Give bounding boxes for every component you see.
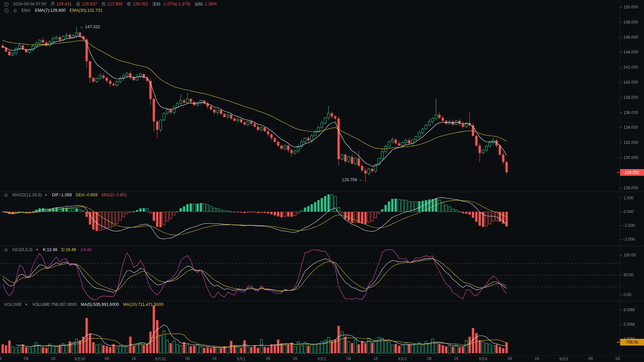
ohlc-field-value: -1.07%(-1.379): [162, 1, 190, 7]
price-axis-label: 126.000: [624, 186, 638, 190]
kdj-value: D:16.49: [61, 247, 76, 253]
ohlc-field: 振幅1.34%: [195, 1, 217, 7]
volume-value: MA(5):535,991.6000: [81, 302, 119, 308]
ema-value: EMA(30):131.731: [70, 8, 102, 13]
volume-indicator-label[interactable]: VOLUME: [4, 302, 22, 308]
volume-value: MA(10):711,471.5000: [123, 302, 163, 308]
macd-header-row: MACD(12,26,9) ▼ DIF:-1.059DEA:-0.659MACD…: [4, 192, 127, 198]
kdj-header-row: KDJ(9,3,3) ▼ K:12.46D:16.49J:4.40: [4, 247, 92, 253]
time-axis-label: 8月30: [69, 356, 91, 362]
chevron-down-icon[interactable]: ▼: [45, 192, 48, 198]
kdj-value: J:4.40: [80, 247, 92, 253]
macd-indicator-label[interactable]: MACD(12,26,9): [12, 192, 42, 198]
time-axis-label: 9月1: [230, 356, 252, 362]
time-axis-label: 08: [419, 356, 440, 361]
ohlc-field: 开129.431: [51, 1, 72, 7]
time-axis-label: 08: [177, 356, 198, 361]
bell-icon[interactable]: [4, 193, 8, 197]
chart-canvas[interactable]: [0, 0, 644, 362]
time-axis-label: 9月5: [553, 356, 574, 362]
macd-value: MACD:-0.801: [101, 192, 127, 198]
price-axis-label: 134.000: [624, 125, 638, 130]
time-axis-label: 16: [204, 356, 225, 361]
collapse-chevron-icon[interactable]: [4, 2, 9, 7]
ohlc-field: 涨幅-1.07%(-1.379): [152, 1, 190, 7]
ohlc-field-value: 129.537: [82, 1, 97, 7]
ohlc-field-label: 高: [76, 1, 80, 7]
macd-values: DIF:-1.059DEA:-0.659MACD:-0.801: [52, 192, 127, 198]
ohlc-field-value: 128.052: [133, 1, 148, 7]
trading-chart: 2024-09-04 07:00 开129.431高129.537低127.80…: [0, 0, 644, 362]
time-axis-label: 08: [499, 356, 521, 361]
time-axis-label: 9月2: [311, 356, 333, 362]
bell-icon[interactable]: [4, 248, 8, 252]
time-axis-label: 08: [338, 356, 359, 361]
price-axis-label: 140.000: [624, 80, 638, 85]
last-volume-tick: [617, 342, 620, 343]
time-axis-label: 16: [284, 356, 306, 361]
price-axis-label: 138.000: [624, 95, 638, 100]
time-axis-label: 16: [42, 356, 64, 361]
volume-value: VOLUME:756,057.0000: [32, 302, 77, 308]
macd-axis-label: 0.000: [624, 209, 634, 214]
time-axis-label: 16: [123, 356, 144, 361]
ohlc-header-row: 2024-09-04 07:00 开129.431高129.537低127.80…: [4, 1, 217, 7]
ohlc-field: 高129.537: [76, 1, 97, 7]
macd-axis-label: 1.000: [624, 196, 634, 200]
ohlc-field: 收128.052: [127, 1, 148, 7]
macd-axis-label: -2.000: [624, 237, 635, 242]
time-axis-label: 08: [257, 356, 279, 361]
datetime-label: 2024-09-04 07:00: [13, 1, 46, 7]
ohlc-field-label: 振幅: [195, 1, 203, 7]
ohlc-field-label: 收: [127, 1, 131, 7]
macd-value: DIF:-1.059: [52, 192, 72, 198]
kdj-axis-label: 50.00: [624, 273, 634, 277]
price-axis-label: 130.000: [624, 155, 638, 160]
time-axis-label: 8月31: [150, 356, 171, 362]
ema-indicator-label[interactable]: EMA: [22, 8, 31, 13]
ohlc-field-label: 涨幅: [152, 1, 161, 7]
price-axis-label: 142.000: [624, 65, 638, 70]
volume-axis-label: 3.00M: [624, 308, 635, 312]
price-axis-label: 148.000: [624, 20, 638, 25]
price-axis-label: 146.000: [624, 35, 638, 40]
ohlc-field: 低127.800: [101, 1, 123, 7]
ema-header-row: EMA EMA(7):129.800EMA(30):131.731: [4, 8, 102, 13]
price-axis-label: 132.000: [624, 140, 638, 145]
bell-icon[interactable]: [13, 8, 17, 13]
time-axis-label: 08: [15, 356, 37, 361]
macd-axis-label: -1.000: [624, 223, 635, 228]
kdj-indicator-label[interactable]: KDJ(9,3,3): [12, 247, 33, 253]
period-low-annotation: 126.756 →: [342, 177, 362, 182]
ohlc-field-value: 129.431: [56, 1, 72, 7]
time-axis-label: 9月3: [392, 356, 413, 362]
time-axis-label: 16: [526, 356, 548, 361]
ema-value: EMA(7):129.800: [35, 8, 66, 13]
time-axis-label: 9月4: [472, 356, 494, 362]
kdj-values: K:12.46D:16.49J:4.40: [43, 247, 92, 253]
time-axis-label: 16: [607, 356, 628, 361]
volume-header-row: VOLUME ▼ VOLUME:756,057.0000MA(5):535,99…: [4, 302, 163, 308]
kdj-value: K:12.46: [43, 247, 57, 253]
kdj-axis-label: 100.00: [624, 253, 636, 257]
price-axis-label: 150.000: [624, 5, 638, 9]
ohlc-field-label: 开: [51, 1, 55, 7]
ema-values: EMA(7):129.800EMA(30):131.731: [35, 8, 102, 13]
ohlc-field-label: 低: [101, 1, 106, 7]
price-axis-label: 144.000: [624, 50, 638, 54]
collapse-chevron-icon[interactable]: [4, 8, 9, 13]
volume-values: VOLUME:756,057.0000MA(5):535,991.6000MA(…: [32, 302, 164, 308]
last-price-tick: [617, 172, 620, 173]
chevron-down-icon[interactable]: ▼: [36, 247, 39, 253]
time-axis-label: 29: [0, 356, 10, 361]
period-high-annotation: ← 147.332: [80, 25, 100, 29]
volume-axis-label: 2.00M: [624, 322, 635, 327]
last-volume-badge: 756.0k: [620, 339, 644, 346]
last-price-badge: 128.052: [620, 169, 644, 176]
time-axis-label: 16: [365, 356, 386, 361]
time-axis-label: 08: [580, 356, 601, 361]
time-axis-label: 16: [445, 356, 467, 361]
chevron-down-icon[interactable]: ▼: [25, 302, 28, 308]
kdj-axis-label: 0.00: [624, 292, 631, 297]
ohlc-fields: 开129.431高129.537低127.800收128.052涨幅-1.07%…: [51, 1, 217, 7]
